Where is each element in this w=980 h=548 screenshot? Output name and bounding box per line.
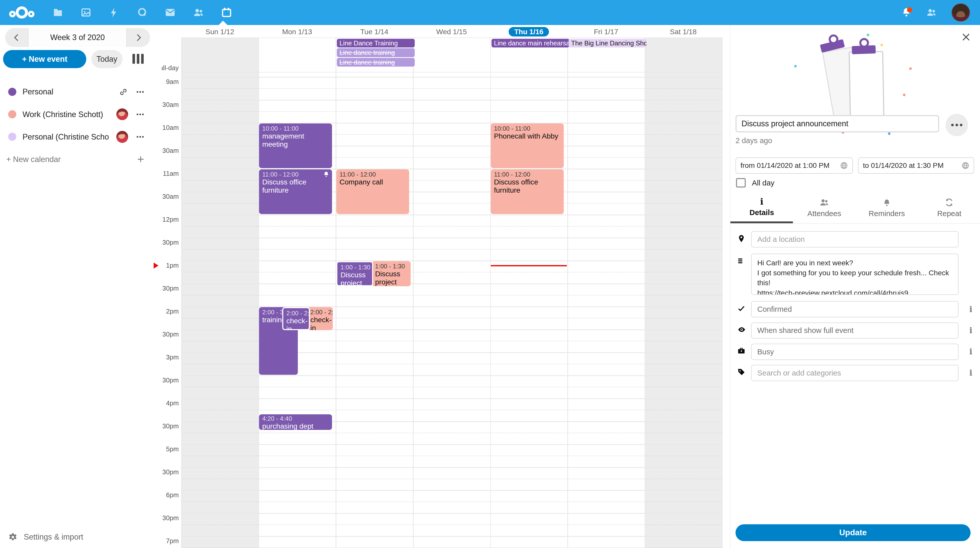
hour-line xyxy=(181,260,722,261)
repeat-icon xyxy=(945,198,954,207)
quarter-line xyxy=(181,295,722,296)
hour-line xyxy=(181,444,722,445)
sidebar-calendar-item[interactable]: Work (Christine Schott) xyxy=(0,103,153,125)
tag-icon xyxy=(737,368,746,376)
nextcloud-logo[interactable] xyxy=(9,6,35,19)
calendar-menu-dots-icon[interactable] xyxy=(135,87,145,97)
visibility-select[interactable]: When shared show full event xyxy=(751,322,959,339)
check-icon xyxy=(737,304,746,313)
next-week-button[interactable] xyxy=(127,28,150,47)
calendar-name: Personal xyxy=(22,87,53,96)
settings-import-button[interactable]: Settings & import xyxy=(8,532,83,542)
all-day-checkbox[interactable] xyxy=(736,178,746,187)
close-icon[interactable] xyxy=(961,32,971,42)
tab-reminders[interactable]: Reminders xyxy=(856,192,918,223)
tab-label: Details xyxy=(749,208,774,217)
end-datetime-field[interactable]: to 01/14/2020 at 1:30 PM xyxy=(858,157,974,174)
tab-label: Repeat xyxy=(937,209,961,218)
day-header[interactable]: Fri 1/17 xyxy=(567,27,645,37)
user-avatar[interactable] xyxy=(951,3,970,22)
grid-right-gutter xyxy=(153,25,162,548)
calendar-event[interactable]: 11:00 - 12:00Company call xyxy=(336,169,409,214)
hour-line xyxy=(181,536,722,537)
all-day-event[interactable]: The Big Line Dancing Show xyxy=(569,39,646,48)
day-header-today[interactable]: Thu 1/16 xyxy=(490,27,568,37)
plus-icon[interactable] xyxy=(136,155,145,164)
talk-app-icon[interactable] xyxy=(137,7,148,18)
categories-info-icon[interactable]: i xyxy=(969,368,972,378)
notifications-bell-icon[interactable] xyxy=(901,7,912,17)
contacts-app-icon[interactable] xyxy=(193,7,204,18)
start-datetime-field[interactable]: from 01/14/2020 at 1:00 PM xyxy=(735,157,853,174)
calendar-event[interactable]: 2:00 - 2:30check-in xyxy=(282,307,310,330)
quarter-line xyxy=(181,387,722,388)
tab-attendees[interactable]: Attendees xyxy=(793,192,856,223)
day-header[interactable]: Mon 1/13 xyxy=(259,27,336,37)
calendar-event[interactable]: 11:00 - 12:00Discuss office furniture xyxy=(491,169,563,214)
quarter-line xyxy=(181,433,722,434)
timezone-globe-icon[interactable] xyxy=(961,162,969,170)
day-header[interactable]: Sat 1/18 xyxy=(645,27,722,37)
activity-app-icon[interactable] xyxy=(109,7,119,18)
briefcase-icon xyxy=(737,347,746,355)
calendar-event[interactable]: 10:00 - 11:00management meeting xyxy=(259,124,332,168)
week-label[interactable]: Week 3 of 2020 xyxy=(28,28,127,47)
status-info-icon[interactable]: i xyxy=(969,304,972,314)
calendar-app-icon[interactable] xyxy=(221,7,232,18)
quarter-line xyxy=(181,502,722,503)
calendar-event[interactable]: 4:20 - 4:40purchasing dept xyxy=(259,414,332,430)
calendar-menu-dots-icon[interactable] xyxy=(135,132,145,141)
hour-line xyxy=(181,513,722,513)
previous-week-button[interactable] xyxy=(5,28,28,47)
calendar-event[interactable]: 1:00 - 1:30Discuss project xyxy=(372,261,410,286)
day-header[interactable]: Sun 1/12 xyxy=(181,27,259,37)
event-title-input[interactable] xyxy=(735,115,939,133)
all-day-event[interactable]: Line dance training xyxy=(337,58,415,67)
calendar-event[interactable]: 10:00 - 11:00Phonecall with Abby xyxy=(491,124,563,168)
hour-line xyxy=(181,100,722,100)
tab-repeat[interactable]: Repeat xyxy=(918,192,980,223)
tab-details[interactable]: iDetails xyxy=(730,192,793,223)
bell-icon xyxy=(883,198,891,207)
calendar-event[interactable]: 2:00 - 2:30check-in xyxy=(307,307,333,330)
description-textarea[interactable]: Hi Carl! are you in next week? I got som… xyxy=(751,254,959,295)
categories-input[interactable]: Search or add categories xyxy=(751,365,959,381)
new-calendar-button[interactable]: + New calendar xyxy=(0,148,153,170)
mail-app-icon[interactable] xyxy=(165,7,176,18)
hour-line xyxy=(181,467,722,468)
files-app-icon[interactable] xyxy=(52,7,63,18)
location-input[interactable]: Add a location xyxy=(751,231,959,248)
contacts-menu-icon[interactable] xyxy=(926,7,936,17)
today-button[interactable]: Today xyxy=(91,50,123,68)
sidebar-calendar-item[interactable]: Personal xyxy=(0,81,153,103)
all-day-event[interactable]: Line Dance Training xyxy=(337,39,415,48)
calendar-event[interactable]: 1:00 - 1:30Discuss project announcement xyxy=(336,261,373,286)
freebusy-info-icon[interactable]: i xyxy=(969,347,972,356)
calendar-event[interactable]: 11:00 - 12:00Discuss office furniture xyxy=(259,169,332,214)
column-divider xyxy=(567,38,568,548)
photos-app-icon[interactable] xyxy=(81,7,91,18)
all-day-event[interactable]: Line dance training xyxy=(337,48,415,57)
event-actions-menu-button[interactable] xyxy=(945,114,968,136)
hour-line xyxy=(181,77,722,77)
timezone-globe-icon[interactable] xyxy=(840,162,848,170)
visibility-info-icon[interactable]: i xyxy=(969,326,972,335)
allday-top-line xyxy=(181,38,722,38)
top-bar xyxy=(0,0,980,25)
hour-line xyxy=(181,490,722,491)
status-select[interactable]: Confirmed xyxy=(751,301,959,318)
sidebar-calendar-item[interactable]: Personal (Christine Scho…) xyxy=(0,125,153,148)
notification-dot xyxy=(907,7,912,13)
update-button[interactable]: Update xyxy=(735,524,970,541)
week-view-toggle-icon[interactable] xyxy=(132,54,144,64)
shared-by-avatar xyxy=(116,131,128,143)
day-header[interactable]: Tue 1/14 xyxy=(336,27,413,37)
freebusy-select[interactable]: Busy xyxy=(751,344,959,360)
new-event-button[interactable]: + New event xyxy=(3,50,86,68)
event-editor-panel: 2 days ago from 01/14/2020 at 1:00 PM to… xyxy=(730,25,980,548)
hour-line xyxy=(181,214,722,215)
day-header[interactable]: Wed 1/15 xyxy=(413,27,490,37)
all-day-event[interactable]: Line dance main rehearsal xyxy=(492,39,570,48)
share-link-icon[interactable] xyxy=(119,87,128,97)
calendar-menu-dots-icon[interactable] xyxy=(135,110,145,119)
